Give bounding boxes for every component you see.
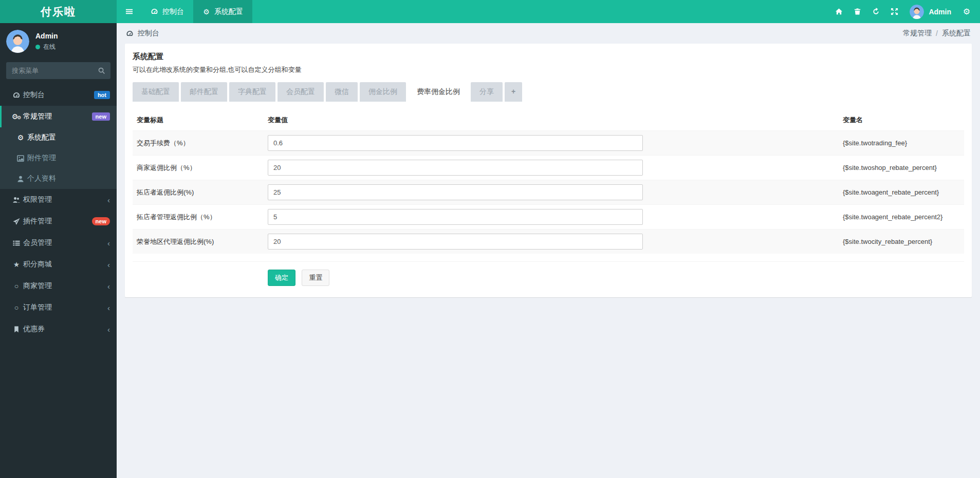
breadcrumb: 控制台 常规管理 / 系统配置 [117,23,980,44]
new-badge: new [92,217,110,225]
sidebar-item-label: 订单管理 [23,303,52,312]
top-nav: 控制台 ⚙ 系统配置 [117,0,980,23]
topnav-tab-label: 控制台 [162,7,184,16]
column-header-label: 变量标题 [133,110,264,130]
sidebar-item-general-management[interactable]: ⚙⚙ 常规管理 new [0,106,117,127]
sidebar-item-attachment-management[interactable]: 附件管理 [0,148,117,168]
sidebar-menu: 控制台 hot ⚙⚙ 常规管理 new ⚙ 系统配置 附件管理 [0,84,117,340]
online-status-dot [35,45,40,49]
row-label: 荣誉地区代理返佣比例(%) [133,237,264,246]
topnav-tab-dashboard[interactable]: 控制台 [141,0,193,23]
agent-manage-rebate-input[interactable] [268,209,643,225]
sidebar-toggle-button[interactable] [117,0,141,23]
sidebar-item-member-management[interactable]: 会员管理 ‹ [0,232,117,254]
hamburger-icon [125,8,133,15]
table-row: 荣誉地区代理返佣比例(%) {$site.twocity_rebate_perc… [133,229,964,254]
tab-share[interactable]: 分享 [471,82,503,102]
trash-button[interactable] [848,0,866,23]
home-button[interactable] [829,0,848,23]
sidebar-item-dashboard[interactable]: 控制台 hot [0,84,117,106]
topnav-tab-system-config[interactable]: ⚙ 系统配置 [193,0,252,23]
admin-user-menu[interactable]: Admin [903,5,957,19]
avatar [910,5,924,19]
tab-rate-commission-ratio[interactable]: 费率佣金比例 [408,82,469,102]
avatar[interactable] [6,30,29,53]
paper-plane-icon [10,218,23,225]
online-status-label: 在线 [43,43,56,51]
sidebar-item-system-config[interactable]: ⚙ 系统配置 [0,127,117,148]
list-icon [10,239,23,247]
breadcrumb-link-general[interactable]: 常规管理 [903,29,932,38]
row-var-name: {$site.twotrading_fee} [839,139,964,147]
trading-fee-input[interactable] [268,135,643,151]
sidebar-item-label: 个人资料 [27,174,56,183]
topnav-right: Admin ⚙ [829,0,980,23]
page-subtitle: 可以在此增改系统的变量和分组,也可以自定义分组和变量 [133,65,964,74]
chevron-left-icon: ‹ [107,326,110,333]
breadcrumb-separator: / [936,29,938,37]
form-actions: 确定 重置 [133,261,964,286]
trash-icon [854,8,861,15]
sidebar-item-label: 系统配置 [27,133,56,142]
sidebar-item-label: 优惠券 [23,324,45,334]
sidebar-submenu: ⚙ 系统配置 附件管理 个人资料 [0,127,117,189]
sidebar-item-points-mall[interactable]: ★ 积分商城 ‹ [0,254,117,275]
search-button[interactable] [92,62,110,79]
column-header-value: 变量值 [264,110,839,130]
star-icon: ★ [10,261,23,269]
sidebar-item-order-management[interactable]: ○ 订单管理 ‹ [0,297,117,318]
bookmark-icon [10,326,23,333]
column-header-varname: 变量名 [839,110,964,130]
main-layout: Admin 在线 控制台 hot [0,23,980,478]
sidebar-item-label: 附件管理 [27,154,56,163]
home-icon [835,8,843,15]
search-icon [98,67,105,74]
row-var-name: {$site.twoshop_rebate_percent} [839,164,964,171]
agent-rebate-input[interactable] [268,184,643,200]
search-input[interactable] [6,62,92,79]
top-bar: 付乐啦 控制台 ⚙ 系统配置 [0,0,980,23]
sidebar-search [6,62,110,79]
city-agent-rebate-input[interactable] [268,234,643,250]
fullscreen-button[interactable] [885,0,903,23]
sidebar-item-plugin-management[interactable]: 插件管理 new [0,211,117,232]
row-var-name: {$site.twoagent_rebate_percent} [839,188,964,196]
breadcrumb-current: 控制台 [138,29,159,38]
row-label: 拓店者管理返佣比例（%） [133,213,264,222]
sidebar-item-label: 插件管理 [23,217,52,226]
submit-button[interactable]: 确定 [268,270,295,286]
breadcrumb-trail: 常规管理 / 系统配置 [903,29,971,38]
dashboard-icon [10,91,23,99]
breadcrumb-link-system-config[interactable]: 系统配置 [942,29,971,38]
settings-button[interactable]: ⚙ [957,0,976,23]
row-label: 商家返佣比例（%） [133,163,264,173]
content-area: 控制台 常规管理 / 系统配置 系统配置 可以在此增改系统的变量和分组,也可以自… [117,23,980,478]
sidebar-item-permission-management[interactable]: 权限管理 ‹ [0,189,117,211]
tab-member-config[interactable]: 会员配置 [278,82,324,102]
breadcrumb-left: 控制台 [126,29,159,38]
sidebar-item-profile[interactable]: 个人资料 [0,168,117,189]
sidebar-user-panel: Admin 在线 [0,23,117,58]
tab-mail-config[interactable]: 邮件配置 [181,82,227,102]
topnav-tab-label: 系统配置 [214,7,243,16]
app-logo: 付乐啦 [0,0,117,23]
tab-basic-config[interactable]: 基础配置 [133,82,179,102]
sidebar-item-merchant-management[interactable]: ○ 商家管理 ‹ [0,275,117,297]
clear-cache-icon [872,8,880,15]
system-config-panel: 系统配置 可以在此增改系统的变量和分组,也可以自定义分组和变量 基础配置 邮件配… [125,44,972,297]
sidebar-item-label: 权限管理 [23,195,52,204]
tab-commission-ratio[interactable]: 佣金比例 [360,82,406,102]
fullscreen-icon [891,8,898,15]
new-badge: new [92,112,110,121]
clear-cache-button[interactable] [866,0,885,23]
sidebar-item-label: 会员管理 [23,238,52,247]
page-title: 系统配置 [133,52,964,62]
tab-wechat[interactable]: 微信 [326,82,358,102]
shop-rebate-input[interactable] [268,160,643,176]
tab-add-group-button[interactable]: + [505,82,522,102]
circle-icon: ○ [10,282,23,290]
row-label: 拓店者返佣比例(%) [133,188,264,197]
tab-dictionary-config[interactable]: 字典配置 [229,82,275,102]
reset-button[interactable]: 重置 [302,270,329,286]
sidebar-item-coupons[interactable]: 优惠券 ‹ [0,318,117,340]
